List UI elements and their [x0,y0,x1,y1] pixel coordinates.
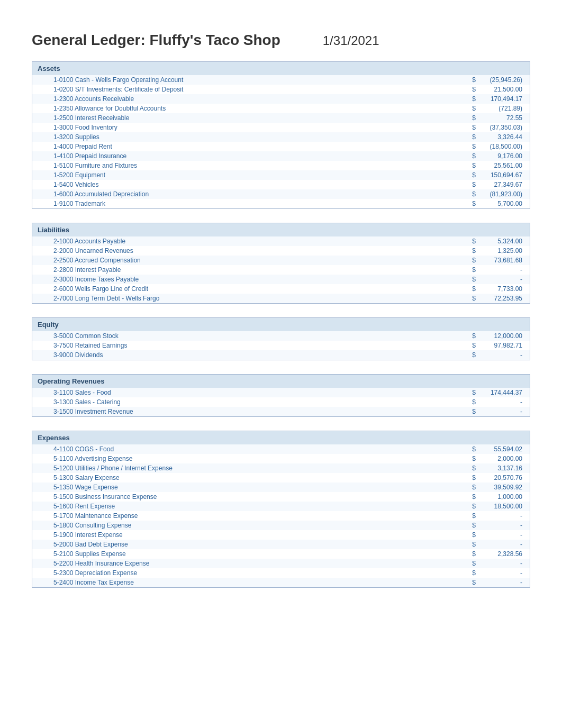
account-name: 1-5100 Furniture and Fixtures [32,162,466,169]
amount-value: 25,561.00 [477,162,530,169]
dollar-sign: $ [466,105,477,112]
table-row: 1-5100 Furniture and Fixtures$25,561.00 [32,161,530,170]
section-header-assets: Assets [32,62,530,75]
account-name: 3-1500 Investment Revenue [32,408,466,415]
account-name: 5-2000 Bad Debt Expense [32,541,466,548]
table-row: 2-6000 Wells Fargo Line of Credit$7,733.… [32,284,530,294]
amount-value: 150,694.67 [477,171,530,179]
amount-value: 73,681.68 [477,257,530,264]
table-row: 5-1700 Maintenance Expense$- [32,511,530,521]
table-row: 2-7000 Long Term Debt - Wells Fargo$72,2… [32,294,530,303]
account-name: 1-9100 Trademark [32,200,466,207]
amount-value: - [477,522,530,529]
section-spacer [32,313,530,317]
section-liabilities: Liabilities2-1000 Accounts Payable$5,324… [32,223,530,304]
account-name: 1-3200 Supplies [32,133,466,141]
dollar-sign: $ [466,162,477,169]
account-name: 5-1350 Wage Expense [32,484,466,491]
account-name: 2-7000 Long Term Debt - Wells Fargo [32,295,466,302]
account-name: 5-1600 Rent Expense [32,503,466,510]
account-name: 5-2100 Supplies Expense [32,550,466,558]
amount-value: (721.89) [477,105,530,112]
account-name: 1-4000 Prepaid Rent [32,143,466,150]
section-header-liabilities: Liabilities [32,223,530,236]
account-name: 5-2300 Depreciation Expense [32,569,466,577]
dollar-sign: $ [466,445,477,453]
dollar-sign: $ [466,95,477,103]
section-spacer [32,597,530,602]
table-row: 1-3000 Food Inventory$(37,350.03) [32,123,530,132]
account-name: 3-1300 Sales - Catering [32,398,466,406]
account-name: 5-1100 Advertising Expense [32,455,466,462]
account-name: 5-1200 Utilities / Phone / Internet Expe… [32,465,466,472]
account-name: 1-5200 Equipment [32,171,466,179]
dollar-sign: $ [466,247,477,254]
account-name: 1-4100 Prepaid Insurance [32,152,466,160]
table-row: 5-1800 Consulting Expense$- [32,521,530,530]
dollar-sign: $ [466,560,477,567]
dollar-sign: $ [466,133,477,141]
dollar-sign: $ [466,190,477,198]
report-date: 1/31/2021 [323,33,379,48]
table-row: 5-2000 Bad Debt Expense$- [32,540,530,549]
amount-value: 12,000.00 [477,332,530,340]
account-name: 3-7500 Retained Earnings [32,342,466,349]
account-name: 2-2800 Interest Payable [32,266,466,274]
dollar-sign: $ [466,474,477,481]
table-row: 2-2500 Accrued Compensation$73,681.68 [32,256,530,265]
amount-value: 97,982.71 [477,342,530,349]
account-name: 3-9000 Dividends [32,351,466,359]
dollar-sign: $ [466,351,477,359]
section-spacer [32,219,530,223]
table-row: 3-1300 Sales - Catering$- [32,397,530,407]
amount-value: - [477,398,530,406]
amount-value: 55,594.02 [477,445,530,453]
account-name: 1-0200 S/T Investments: Certificate of D… [32,86,466,93]
amount-value: (37,350.03) [477,124,530,131]
dollar-sign: $ [466,285,477,293]
page: General Ledger: Fluffy's Taco Shop 1/31/… [0,0,562,728]
table-row: 1-5400 Vehicles$27,349.67 [32,180,530,189]
dollar-sign: $ [466,200,477,207]
table-row: 1-4000 Prepaid Rent$(18,500.00) [32,142,530,151]
amount-value: 5,700.00 [477,200,530,207]
amount-value: - [477,560,530,567]
account-name: 4-1100 COGS - Food [32,445,466,453]
dollar-sign: $ [466,569,477,577]
table-row: 5-1500 Business Insurance Expense$1,000.… [32,492,530,502]
table-row: 3-1500 Investment Revenue$- [32,407,530,416]
amount-value: 174,444.37 [477,389,530,396]
amount-value: 2,000.00 [477,455,530,462]
amount-value: 5,324.00 [477,238,530,245]
amount-value: - [477,531,530,539]
dollar-sign: $ [466,171,477,179]
account-name: 1-0100 Cash - Wells Fargo Operating Acco… [32,76,466,84]
table-row: 3-5000 Common Stock$12,000.00 [32,331,530,341]
amount-value: 21,500.00 [477,86,530,93]
amount-value: (18,500.00) [477,143,530,150]
table-row: 1-9100 Trademark$5,700.00 [32,199,530,208]
account-name: 2-2500 Accrued Compensation [32,257,466,264]
dollar-sign: $ [466,86,477,93]
table-row: 2-3000 Income Taxes Payable$- [32,275,530,284]
table-row: 1-2500 Interest Receivable$72.55 [32,113,530,123]
dollar-sign: $ [466,238,477,245]
amount-value: - [477,266,530,274]
amount-value: - [477,579,530,586]
section-header-equity: Equity [32,318,530,331]
amount-value: (81,923.00) [477,190,530,198]
page-header: General Ledger: Fluffy's Taco Shop 1/31/… [32,32,530,49]
dollar-sign: $ [466,266,477,274]
account-name: 5-2200 Health Insurance Expense [32,560,466,567]
dollar-sign: $ [466,541,477,548]
table-row: 3-7500 Retained Earnings$97,982.71 [32,341,530,350]
dollar-sign: $ [466,550,477,558]
table-row: 1-6000 Accumulated Depreciation$(81,923.… [32,189,530,199]
table-row: 1-5200 Equipment$150,694.67 [32,170,530,180]
section-spacer [32,370,530,374]
account-name: 2-1000 Accounts Payable [32,238,466,245]
dollar-sign: $ [466,76,477,84]
table-row: 1-2300 Accounts Receivable$170,494.17 [32,94,530,104]
table-row: 2-2000 Unearned Revenues$1,325.00 [32,246,530,256]
dollar-sign: $ [466,493,477,501]
